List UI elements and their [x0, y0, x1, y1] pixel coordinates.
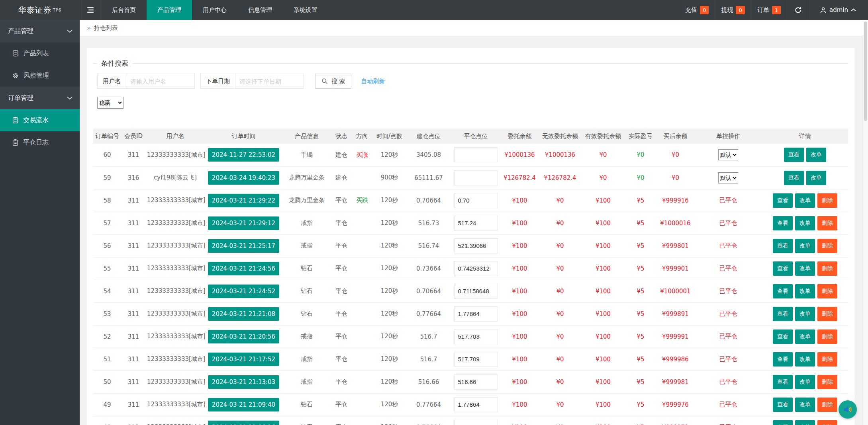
user-icon — [820, 7, 827, 14]
modify-order-button[interactable]: 改单 — [795, 420, 815, 425]
view-button[interactable]: 查看 — [784, 148, 804, 162]
duration-cell: 120秒 — [372, 370, 406, 393]
delete-button[interactable]: 删除 — [817, 239, 837, 253]
close-point-input[interactable] — [454, 329, 498, 344]
close-point-input[interactable] — [454, 216, 498, 231]
invalid-entrust-value: ¥126782.4 — [544, 174, 576, 181]
admin-menu[interactable]: admin — [809, 0, 860, 20]
close-point-input[interactable] — [454, 170, 498, 185]
control-select[interactable]: 默认 — [718, 149, 738, 160]
hamburger-icon[interactable] — [80, 0, 101, 20]
control-select[interactable]: 默认 — [718, 172, 738, 183]
close-point-input[interactable] — [454, 193, 498, 208]
sidebar-item-trade-flow[interactable]: 交易流水 — [0, 109, 80, 131]
view-button[interactable]: 查看 — [773, 216, 793, 230]
actual-pl-value: ¥5 — [637, 310, 644, 318]
open-point-cell: 516.73 — [406, 212, 451, 234]
view-button[interactable]: 查看 — [773, 193, 793, 208]
close-point-input[interactable] — [454, 147, 498, 162]
sidebar-item-product-list[interactable]: 产品列表 — [0, 42, 80, 64]
auto-refresh-link[interactable]: 自动刷新 — [361, 78, 385, 85]
delete-button[interactable]: 删除 — [817, 420, 837, 425]
delete-button[interactable]: 删除 — [817, 216, 837, 230]
sidebar-item-close-log[interactable]: 平仓日志 — [0, 131, 80, 154]
modify-order-button[interactable]: 改单 — [795, 307, 815, 321]
modify-order-button[interactable]: 改单 — [795, 329, 815, 344]
after-balance-cell: ¥1000016 — [656, 212, 694, 234]
modify-order-button[interactable]: 改单 — [795, 193, 815, 208]
close-point-input[interactable] — [454, 306, 498, 322]
valid-entrust-cell: ¥100 — [582, 280, 625, 302]
delete-button[interactable]: 删除 — [817, 261, 837, 276]
sidebar-group-order-management[interactable]: 订单管理 — [0, 87, 80, 109]
delete-button[interactable]: 删除 — [817, 307, 837, 321]
close-point-input[interactable] — [454, 420, 498, 425]
tab-system-settings[interactable]: 系统设置 — [283, 0, 328, 20]
view-button[interactable]: 查看 — [784, 171, 804, 185]
search-legend: 条件搜索 — [97, 59, 132, 68]
close-point-input[interactable] — [454, 352, 498, 367]
view-button[interactable]: 查看 — [773, 239, 793, 253]
close-point-input[interactable] — [454, 397, 498, 412]
tab-dashboard[interactable]: 后台首页 — [101, 0, 147, 20]
modify-order-button[interactable]: 改单 — [795, 216, 815, 230]
actual-pl-cell: ¥5 — [625, 234, 656, 257]
scrollbar-thumb[interactable] — [864, 21, 867, 121]
tab-info-management[interactable]: 信息管理 — [237, 0, 283, 20]
modify-order-button[interactable]: 改单 — [795, 261, 815, 276]
delete-button[interactable]: 删除 — [817, 284, 837, 298]
view-button[interactable]: 查看 — [773, 261, 793, 276]
after-balance-value: ¥999971 — [662, 424, 689, 425]
view-button[interactable]: 查看 — [773, 375, 793, 389]
orders-shortcut[interactable]: 订单 1 — [751, 0, 787, 20]
after-balance-cell: ¥999901 — [656, 257, 694, 280]
view-button[interactable]: 查看 — [773, 307, 793, 321]
view-button[interactable]: 查看 — [773, 352, 793, 367]
recharge-shortcut[interactable]: 充值 0 — [679, 0, 715, 20]
tab-user-center[interactable]: 用户中心 — [192, 0, 237, 20]
valid-entrust-cell: ¥100 — [582, 416, 625, 425]
search-button[interactable]: 搜 索 — [315, 74, 351, 89]
modify-order-button[interactable]: 改单 — [795, 284, 815, 298]
delete-button[interactable]: 删除 — [817, 398, 837, 412]
view-button[interactable]: 查看 — [773, 284, 793, 298]
member-id-cell: 311 — [121, 348, 146, 370]
close-point-input[interactable] — [454, 284, 498, 299]
delete-button[interactable]: 删除 — [817, 375, 837, 389]
view-button[interactable]: 查看 — [773, 398, 793, 412]
modify-order-button[interactable]: 改单 — [806, 171, 826, 185]
sound-toggle-button[interactable] — [839, 400, 857, 419]
refresh-icon[interactable] — [787, 0, 809, 20]
modify-order-button[interactable]: 改单 — [795, 352, 815, 367]
admin-username: admin — [829, 6, 848, 14]
order-date-input[interactable] — [235, 74, 304, 89]
view-button[interactable]: 查看 — [773, 329, 793, 344]
order-time-cell: 2024-03-21 21:20:56 — [205, 325, 282, 348]
speaker-icon — [843, 404, 853, 415]
actual-pl-value: ¥5 — [637, 220, 644, 227]
close-point-cell — [451, 234, 501, 257]
close-point-input[interactable] — [454, 261, 498, 276]
sidebar-item-risk-management[interactable]: 风控管理 — [0, 64, 80, 87]
username-input[interactable] — [126, 74, 195, 89]
tab-product-management[interactable]: 产品管理 — [147, 0, 192, 20]
delete-button[interactable]: 删除 — [817, 329, 837, 344]
withdraw-shortcut[interactable]: 提现 0 — [715, 0, 750, 20]
valid-entrust-cell: ¥100 — [582, 212, 625, 234]
member-id-cell: 311 — [121, 370, 146, 393]
delete-button[interactable]: 删除 — [817, 193, 837, 208]
modify-order-button[interactable]: 改单 — [795, 398, 815, 412]
modify-order-button[interactable]: 改单 — [795, 375, 815, 389]
sidebar-group-product-management[interactable]: 产品管理 — [0, 20, 80, 42]
chevron-down-icon — [67, 96, 72, 100]
close-point-input[interactable] — [454, 238, 498, 253]
view-button[interactable]: 查看 — [773, 420, 793, 425]
entrust-balance-value: ¥1000136 — [504, 151, 535, 158]
modify-order-button[interactable]: 改单 — [806, 148, 826, 162]
delete-button[interactable]: 删除 — [817, 352, 837, 367]
product-type-select[interactable]: 稳赢 — [97, 97, 123, 109]
product-info-cell: 手镯 — [282, 144, 331, 166]
status-cell: 平仓 — [331, 370, 352, 393]
close-point-input[interactable] — [454, 374, 498, 390]
modify-order-button[interactable]: 改单 — [795, 239, 815, 253]
